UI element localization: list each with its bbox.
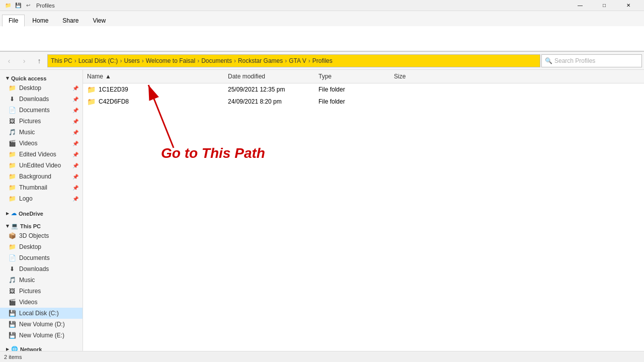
sidebar-item-videos-pc[interactable]: 🎬 Videos xyxy=(0,297,83,308)
tab-file[interactable]: File xyxy=(2,15,25,27)
sidebar-item-downloads-pc[interactable]: ⬇ Downloads xyxy=(0,263,83,275)
sidebar-label-downloads-pc: Downloads xyxy=(19,265,49,273)
maximize-button[interactable]: □ xyxy=(593,0,616,11)
quick-access-label: Quick access xyxy=(11,75,46,81)
sidebar-item-documents[interactable]: 📄 Documents 📌 xyxy=(0,105,83,116)
breadcrumb-item-welcome[interactable]: Welcome to Faisal xyxy=(146,57,195,64)
col-size[interactable]: Size xyxy=(390,72,440,81)
forward-button[interactable]: › xyxy=(17,54,31,68)
minimize-button[interactable]: — xyxy=(569,0,592,11)
chevron-down-icon: ▾ xyxy=(6,75,9,81)
up-button[interactable]: ↑ xyxy=(32,54,46,68)
breadcrumb-item-thispc[interactable]: This PC xyxy=(51,57,72,64)
sidebar-item-downloads[interactable]: ⬇ Downloads 📌 xyxy=(0,94,83,105)
window-controls: — □ ✕ xyxy=(569,0,640,11)
edited-videos-icon: 📁 xyxy=(8,150,16,158)
sidebar-label-videos-pc: Videos xyxy=(19,299,37,306)
sidebar-item-music-pc[interactable]: 🎵 Music xyxy=(0,275,83,286)
videos-pc-icon: 🎬 xyxy=(8,298,16,306)
sidebar-label-thumbnail: Thumbnail xyxy=(19,184,47,191)
videos-icon: 🎬 xyxy=(8,139,16,147)
pin-icon: 📌 xyxy=(72,85,78,91)
desktop-pc-icon: 📁 xyxy=(8,243,16,251)
pin-icon-thumbnail: 📌 xyxy=(72,185,78,191)
annotation-text: Go to This Path xyxy=(161,145,265,161)
background-icon: 📁 xyxy=(8,172,16,180)
tab-view[interactable]: View xyxy=(86,15,112,26)
window-title: Profiles xyxy=(36,3,55,9)
tab-share[interactable]: Share xyxy=(56,15,85,26)
pin-icon-background: 📌 xyxy=(72,174,78,179)
back-button[interactable]: ‹ xyxy=(2,54,16,68)
file-name-label-1: C42D6FD8 xyxy=(99,98,129,105)
unedited-video-icon: 📁 xyxy=(8,161,16,169)
sidebar-item-videos[interactable]: 🎬 Videos 📌 xyxy=(0,138,83,149)
sidebar-item-edited-videos[interactable]: 📁 Edited Videos 📌 xyxy=(0,149,83,160)
thispc-header[interactable]: ▾ 💻 This PC xyxy=(0,220,83,230)
breadcrumb-item-rockstar[interactable]: Rockstar Games xyxy=(238,57,283,64)
onedrive-label: OneDrive xyxy=(19,211,43,217)
sidebar-item-background[interactable]: 📁 Background 📌 xyxy=(0,171,83,182)
chevron-right-icon-2: ▸ xyxy=(6,346,9,351)
sidebar-label-newvolumee: New Volume (E:) xyxy=(19,332,64,339)
file-type-1: File folder xyxy=(314,97,390,106)
sidebar-item-pictures-pc[interactable]: 🖼 Pictures xyxy=(0,286,83,297)
sidebar-label-downloads: Downloads xyxy=(19,96,49,103)
documents-pc-icon: 📄 xyxy=(8,254,16,262)
search-bar[interactable]: 🔍 Search Profiles xyxy=(541,54,642,67)
address-bar[interactable]: This PC › Local Disk (C:) › Users › Welc… xyxy=(47,54,540,67)
col-size-label: Size xyxy=(394,73,406,80)
sidebar-item-pictures[interactable]: 🖼 Pictures 📌 xyxy=(0,116,83,127)
pin-icon-downloads: 📌 xyxy=(72,97,78,102)
status-bar: 2 items xyxy=(0,351,644,362)
quick-access-header[interactable]: ▾ Quick access xyxy=(0,72,83,82)
file-date-1: 24/09/2021 8:20 pm xyxy=(224,97,314,106)
sidebar-item-localdisk[interactable]: 💾 Local Disk (C:) xyxy=(0,308,83,319)
breadcrumb-item-users[interactable]: Users xyxy=(124,57,139,64)
sidebar-item-3dobjects[interactable]: 📦 3D Objects xyxy=(0,230,83,241)
sidebar-item-thumbnail[interactable]: 📁 Thumbnail 📌 xyxy=(0,182,83,193)
onedrive-header[interactable]: ▸ ☁ OneDrive xyxy=(0,207,83,218)
newvolumed-icon: 💾 xyxy=(8,320,16,328)
pin-icon-logo: 📌 xyxy=(72,196,78,202)
sidebar-label-music-pc: Music xyxy=(19,277,35,284)
thispc-label: This PC xyxy=(20,223,41,229)
table-row[interactable]: 📁 C42D6FD8 24/09/2021 8:20 pm File folde… xyxy=(83,96,644,108)
sort-icon: ▲ xyxy=(105,73,111,80)
tab-home[interactable]: Home xyxy=(26,15,55,26)
col-type[interactable]: Type xyxy=(314,72,390,81)
breadcrumb-item-documents[interactable]: Documents xyxy=(201,57,232,64)
sidebar-item-music[interactable]: 🎵 Music 📌 xyxy=(0,127,83,138)
col-name[interactable]: Name ▲ xyxy=(83,72,224,81)
sidebar-item-newvolumee[interactable]: 💾 New Volume (E:) xyxy=(0,330,83,341)
network-header[interactable]: ▸ 🌐 Network xyxy=(0,343,83,351)
sidebar-item-desktop-pc[interactable]: 📁 Desktop xyxy=(0,241,83,252)
sidebar-item-documents-pc[interactable]: 📄 Documents xyxy=(0,252,83,263)
documents-icon: 📄 xyxy=(8,106,16,114)
breadcrumb-item-localdisk[interactable]: Local Disk (C:) xyxy=(78,57,118,64)
sidebar-item-newvolumed[interactable]: 💾 New Volume (D:) xyxy=(0,319,83,330)
sidebar-label-videos: Videos xyxy=(19,140,37,147)
col-date-label: Date modified xyxy=(228,73,265,80)
downloads-pc-icon: ⬇ xyxy=(8,265,16,273)
localdisk-icon: 💾 xyxy=(8,309,16,317)
folder-icon-1: 📁 xyxy=(87,98,96,106)
close-button[interactable]: ✕ xyxy=(617,0,640,11)
address-bar-area: ‹ › ↑ This PC › Local Disk (C:) › Users … xyxy=(0,52,644,70)
col-name-label: Name xyxy=(87,73,103,80)
sidebar-item-desktop[interactable]: 📁 Desktop 📌 xyxy=(0,82,83,94)
table-row[interactable]: 📁 1C1E2D39 25/09/2021 12:35 pm File fold… xyxy=(83,83,644,96)
ribbon-content xyxy=(0,26,644,51)
pictures-icon: 🖼 xyxy=(8,117,16,125)
3dobjects-icon: 📦 xyxy=(8,232,16,240)
ribbon: File Home Share View xyxy=(0,11,644,52)
computer-icon: 💻 xyxy=(11,223,18,229)
sidebar-label-documents: Documents xyxy=(19,107,50,114)
col-date[interactable]: Date modified xyxy=(224,72,314,81)
sidebar-item-unedited-video[interactable]: 📁 UnEdited Video 📌 xyxy=(0,160,83,171)
breadcrumb-item-profiles[interactable]: Profiles xyxy=(312,57,333,64)
onedrive-icon: ☁ xyxy=(11,210,17,217)
breadcrumb-item-gtav[interactable]: GTA V xyxy=(289,57,306,64)
sidebar-item-logo[interactable]: 📁 Logo 📌 xyxy=(0,193,83,204)
pin-icon-documents: 📌 xyxy=(72,108,78,113)
